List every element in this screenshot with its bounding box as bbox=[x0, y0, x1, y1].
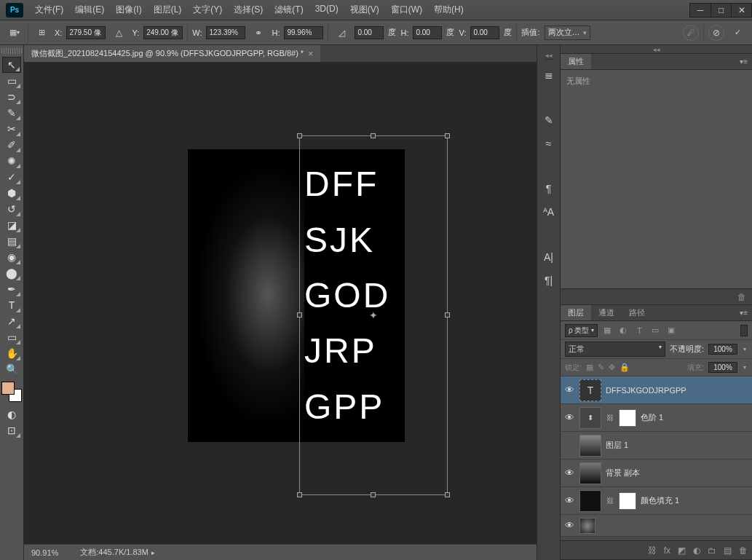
quick-mask-tool[interactable]: ◐ bbox=[2, 406, 21, 422]
adj-thumbnail[interactable]: ⬍ bbox=[579, 407, 601, 429]
quick-select-tool[interactable]: ✎ bbox=[2, 105, 21, 121]
paragraph-icon[interactable]: ¶ bbox=[541, 181, 557, 197]
path-select-tool[interactable]: ↗ bbox=[2, 313, 21, 329]
document-tab[interactable]: 微信截图_20210824154425.jpg @ 90.9% (DFFSJKG… bbox=[24, 45, 320, 62]
layer-name[interactable]: 颜色填充 1 bbox=[641, 495, 679, 506]
filter-shape-icon[interactable]: ▭ bbox=[649, 324, 662, 337]
handle-bottom-left[interactable] bbox=[297, 492, 302, 497]
menu-file[interactable]: 文件(F) bbox=[29, 1, 69, 19]
filter-type-icon[interactable]: T bbox=[633, 324, 646, 337]
zoom-tool[interactable]: 🔍 bbox=[2, 361, 21, 377]
link-layers-icon[interactable]: ⛓ bbox=[648, 545, 657, 556]
menu-type[interactable]: 文字(Y) bbox=[187, 1, 228, 19]
visibility-icon[interactable]: 👁 bbox=[563, 468, 575, 478]
fill-thumbnail[interactable] bbox=[579, 490, 601, 512]
char-styles-icon[interactable]: ᴬA bbox=[541, 204, 557, 220]
fx-icon[interactable]: fx bbox=[664, 545, 670, 556]
layer-mask-thumbnail[interactable] bbox=[619, 409, 636, 427]
layer-row[interactable]: 👁 背景 副本 bbox=[561, 460, 752, 487]
new-group-icon[interactable]: 🗀 bbox=[708, 545, 716, 556]
visibility-icon[interactable]: 👁 bbox=[563, 520, 575, 531]
properties-tab[interactable]: 属性 bbox=[561, 54, 591, 69]
y-input[interactable] bbox=[143, 26, 183, 39]
color-swatches[interactable] bbox=[1, 382, 22, 402]
trash-icon[interactable]: 🗑 bbox=[737, 292, 746, 302]
swap-xy-icon[interactable]: △ bbox=[110, 24, 127, 42]
handle-bottom-right[interactable] bbox=[445, 492, 450, 497]
hand-tool[interactable]: ✋ bbox=[2, 345, 21, 361]
lasso-tool[interactable]: ⊃ bbox=[2, 89, 21, 105]
menu-window[interactable]: 窗口(W) bbox=[385, 1, 428, 19]
brush-tool[interactable]: ✓ bbox=[2, 169, 21, 185]
visibility-icon[interactable]: 👁 bbox=[563, 384, 575, 395]
layer-name[interactable]: DFFSJKGODJRPGPP bbox=[606, 386, 686, 395]
lock-all-icon[interactable]: 🔒 bbox=[620, 363, 630, 372]
lock-pixels-icon[interactable]: ✎ bbox=[598, 363, 604, 372]
add-mask-icon[interactable]: ◩ bbox=[678, 545, 686, 556]
menu-view[interactable]: 视图(V) bbox=[344, 1, 385, 19]
move-tool[interactable]: ↖ bbox=[2, 57, 21, 73]
gradient-tool[interactable]: ▤ bbox=[2, 233, 21, 249]
mask-link-icon[interactable]: ⛓ bbox=[606, 414, 614, 422]
x-input[interactable] bbox=[66, 26, 106, 39]
reference-point-icon[interactable]: ⊞ bbox=[33, 24, 50, 42]
foreground-color[interactable] bbox=[1, 382, 15, 395]
menu-3d[interactable]: 3D(D) bbox=[309, 1, 344, 19]
transform-center-icon[interactable]: ✦ bbox=[368, 310, 379, 320]
close-button[interactable]: ✕ bbox=[731, 4, 751, 17]
skew-v-input[interactable] bbox=[470, 26, 499, 39]
new-layer-icon[interactable]: ▤ bbox=[724, 545, 732, 556]
warp-mode-icon[interactable]: ☄ bbox=[683, 25, 699, 41]
layer-thumbnail[interactable] bbox=[579, 518, 595, 534]
minimize-button[interactable]: ─ bbox=[690, 4, 711, 17]
angle-input[interactable] bbox=[355, 26, 384, 39]
eyedropper-tool[interactable]: ✐ bbox=[2, 137, 21, 153]
panels-collapse[interactable]: ◂◂ bbox=[561, 45, 752, 54]
brushes-icon[interactable]: ≈ bbox=[541, 135, 557, 151]
type-tool[interactable]: T bbox=[2, 297, 21, 313]
close-tab-icon[interactable]: × bbox=[308, 49, 313, 59]
filter-adjust-icon[interactable]: ◐ bbox=[617, 324, 630, 337]
layer-name[interactable]: 背景 副本 bbox=[606, 468, 640, 478]
layer-row[interactable]: 👁 ⛓ 颜色填充 1 bbox=[561, 487, 752, 515]
commit-transform-button[interactable]: ✓ bbox=[729, 24, 746, 42]
layers-panel-menu-icon[interactable]: ▾≡ bbox=[735, 309, 752, 317]
layer-thumbnail[interactable] bbox=[579, 435, 601, 457]
screen-mode-tool[interactable]: ⊡ bbox=[2, 422, 21, 438]
menu-image[interactable]: 图像(I) bbox=[110, 1, 147, 19]
toolbar-grip[interactable] bbox=[1, 48, 22, 54]
lock-position-icon[interactable]: ✥ bbox=[609, 363, 615, 372]
filter-kind-dropdown[interactable]: ρ 类型 bbox=[565, 324, 598, 337]
adjustments-icon[interactable]: ≣ bbox=[541, 67, 557, 83]
menu-layer[interactable]: 图层(L) bbox=[148, 1, 188, 19]
layer-row[interactable]: 👁 bbox=[561, 515, 752, 537]
layer-row[interactable]: 👁 T DFFSJKGODJRPGPP bbox=[561, 376, 752, 404]
para-styles-icon[interactable]: ¶| bbox=[541, 272, 557, 288]
layer-thumbnail[interactable]: T bbox=[579, 379, 601, 401]
cancel-transform-button[interactable]: ⊘ bbox=[708, 25, 724, 41]
blend-mode-dropdown[interactable]: 正常 bbox=[565, 342, 665, 357]
dodge-tool[interactable]: ⬤ bbox=[2, 265, 21, 281]
filter-smart-icon[interactable]: ▣ bbox=[665, 324, 678, 337]
layer-row[interactable]: 👁 ⬍ ⛓ 色阶 1 bbox=[561, 404, 752, 432]
menu-help[interactable]: 帮助(H) bbox=[428, 1, 470, 19]
link-wh-icon[interactable]: ⚭ bbox=[250, 24, 267, 42]
filter-toggle[interactable] bbox=[740, 325, 748, 336]
dock-collapse[interactable]: ◂◂ bbox=[545, 51, 553, 60]
eraser-tool[interactable]: ◪ bbox=[2, 217, 21, 233]
layer-thumbnail[interactable] bbox=[579, 462, 601, 484]
canvas[interactable]: DFF SJK GOD JRP GPP ✦ bbox=[24, 63, 537, 544]
paths-tab[interactable]: 路径 bbox=[622, 305, 652, 320]
skew-h-input[interactable] bbox=[413, 26, 442, 39]
opacity-input[interactable]: 100% bbox=[708, 344, 737, 355]
visibility-icon[interactable]: 👁 bbox=[563, 495, 575, 506]
h-input[interactable] bbox=[284, 26, 323, 39]
lock-transparent-icon[interactable]: ▦ bbox=[586, 363, 593, 372]
layer-name[interactable]: 色阶 1 bbox=[641, 412, 663, 423]
handle-top-right[interactable] bbox=[445, 133, 450, 138]
fill-input[interactable]: 100% bbox=[708, 362, 737, 373]
visibility-icon[interactable]: 👁 bbox=[563, 412, 575, 423]
fill-dropdown-icon[interactable]: ▾ bbox=[742, 364, 748, 371]
new-adjustment-icon[interactable]: ◐ bbox=[693, 545, 700, 556]
interp-dropdown[interactable]: 两次立… bbox=[545, 25, 590, 40]
